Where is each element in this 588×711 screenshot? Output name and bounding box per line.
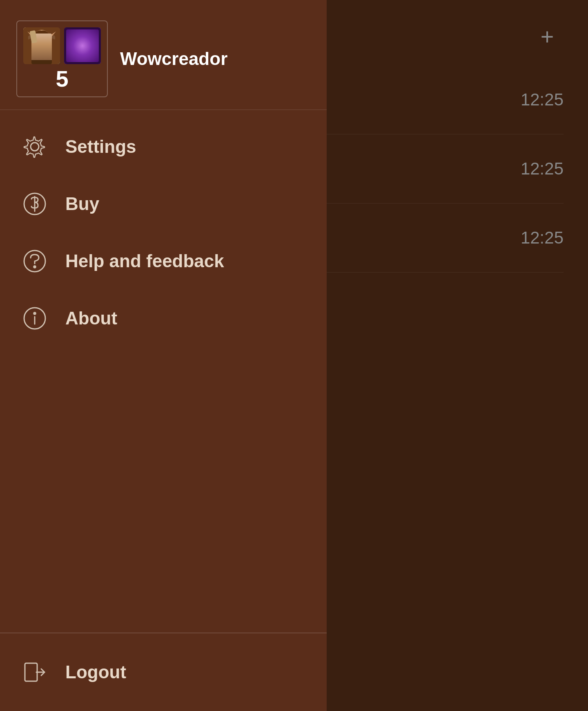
svg-rect-22 <box>25 663 37 681</box>
svg-point-19 <box>34 266 36 268</box>
svg-point-14 <box>92 49 94 51</box>
logout-label: Logout <box>65 662 126 682</box>
add-button-container: + <box>327 0 588 65</box>
timestamp-3: 12:25 <box>521 228 564 248</box>
main-content-panel: + 12:25 12:25 12:25 <box>327 0 588 711</box>
svg-point-8 <box>41 41 42 42</box>
plus-icon: + <box>541 25 554 48</box>
svg-point-5 <box>43 37 47 40</box>
svg-point-4 <box>36 37 40 40</box>
profile-header: 5 Wowcreador <box>0 0 327 110</box>
svg-point-15 <box>71 51 72 53</box>
profile-box[interactable]: 5 <box>16 20 108 97</box>
menu-section: Settings Buy <box>0 110 327 633</box>
username: Wowcreador <box>120 49 227 69</box>
timestamp-2: 12:25 <box>521 159 564 179</box>
svg-point-6 <box>38 38 39 40</box>
svg-point-12 <box>73 34 76 37</box>
character-count: 5 <box>56 67 68 90</box>
svg-rect-2 <box>38 43 45 49</box>
gear-icon <box>20 132 49 161</box>
logout-icon <box>20 658 49 686</box>
svg-point-16 <box>31 143 39 151</box>
info-circle-icon <box>20 304 49 333</box>
timestamp-row-3: 12:25 <box>327 203 564 273</box>
timestamp-row-2: 12:25 <box>327 134 564 203</box>
timestamps-list: 12:25 12:25 12:25 <box>327 65 588 273</box>
add-button[interactable]: + <box>531 20 564 53</box>
svg-rect-1 <box>31 48 52 64</box>
svg-point-11 <box>76 50 89 58</box>
timestamp-1: 12:25 <box>521 90 564 110</box>
buy-label: Buy <box>65 194 99 214</box>
help-menu-item[interactable]: Help and feedback <box>0 233 327 290</box>
svg-point-21 <box>34 313 36 315</box>
timestamp-row-1: 12:25 <box>327 65 564 134</box>
help-label: Help and feedback <box>65 251 224 271</box>
about-label: About <box>65 308 117 329</box>
avatar-character-1 <box>23 27 60 64</box>
navigation-drawer: 5 Wowcreador Settings <box>0 0 327 711</box>
svg-point-10 <box>67 30 98 61</box>
svg-rect-9 <box>64 27 101 64</box>
settings-menu-item[interactable]: Settings <box>0 118 327 175</box>
logout-menu-item[interactable]: Logout <box>0 642 327 703</box>
buy-menu-item[interactable]: Buy <box>0 175 327 233</box>
svg-point-13 <box>90 34 91 36</box>
dollar-circle-icon <box>20 190 49 218</box>
logout-section: Logout <box>0 633 327 711</box>
question-circle-icon <box>20 247 49 275</box>
svg-point-7 <box>44 38 46 40</box>
settings-label: Settings <box>65 136 136 157</box>
avatar-character-2 <box>64 27 101 64</box>
about-menu-item[interactable]: About <box>0 290 327 347</box>
